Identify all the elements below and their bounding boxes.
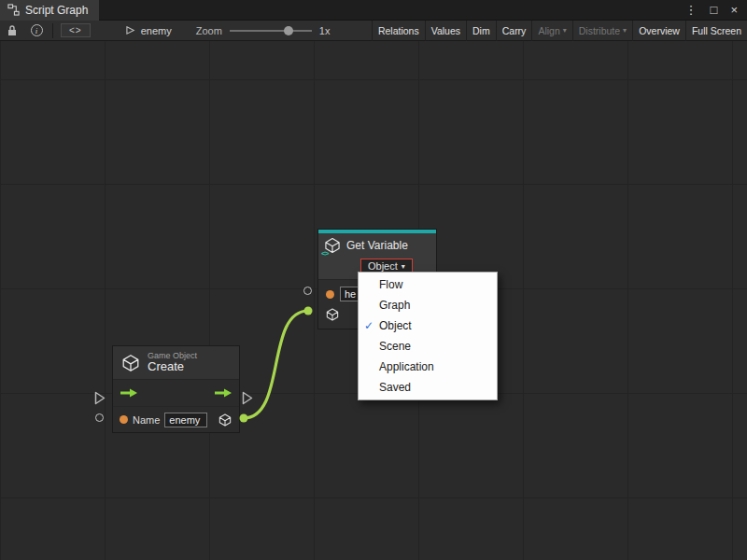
tab-script-graph[interactable]: Script Graph [0, 0, 99, 21]
graph-name-label: enemy [141, 25, 172, 36]
menu-item-scene[interactable]: Scene [359, 336, 497, 357]
get-variable-title: Get Variable [346, 239, 408, 252]
check-icon: ✓ [359, 319, 379, 332]
code-view-button[interactable]: <> [61, 23, 91, 37]
flow-out-arrow-icon [214, 387, 233, 399]
zoom-slider[interactable] [230, 25, 312, 36]
lock-icon[interactable] [4, 22, 21, 39]
toolbar-buttons: Relations Values Dim Carry Align ▾ Distr… [372, 21, 747, 41]
overview-button[interactable]: Overview [632, 21, 685, 41]
name-label: Name [133, 414, 160, 426]
create-node[interactable]: Game Object Create Name [112, 345, 240, 433]
scope-dropdown-menu: Flow Graph ✓ Object Scene Application Sa… [358, 272, 498, 400]
create-flow-row [113, 380, 239, 406]
graph-breadcrumb[interactable]: enemy [126, 25, 172, 36]
string-port-icon [326, 290, 334, 299]
menu-item-object[interactable]: ✓ Object [359, 315, 497, 336]
create-name-row: Name [113, 406, 239, 432]
toolbar-divider [52, 23, 53, 38]
relations-button[interactable]: Relations [372, 21, 425, 41]
gameobject-cube-icon [325, 307, 340, 322]
maximize-icon[interactable]: □ [711, 0, 718, 21]
zoom-value: 1x [319, 25, 331, 36]
gameobject-cube-icon [120, 353, 141, 373]
close-icon[interactable]: × [730, 0, 738, 21]
create-node-header: Game Object Create [113, 346, 239, 380]
flow-input-port[interactable] [94, 391, 106, 405]
full-screen-button[interactable]: Full Screen [685, 21, 747, 41]
menu-item-graph[interactable]: Graph [359, 295, 497, 315]
menu-item-application[interactable]: Application [359, 357, 497, 377]
code-badge-icon: <> [321, 249, 328, 258]
chevron-down-icon: ▾ [623, 26, 627, 35]
script-graph-icon [7, 4, 20, 16]
get-variable-name-port[interactable] [303, 287, 312, 295]
distribute-button[interactable]: Distribute ▾ [572, 21, 632, 41]
name-input-port[interactable] [95, 413, 104, 422]
carry-button[interactable]: Carry [496, 21, 532, 41]
flow-output-port[interactable] [242, 391, 253, 405]
align-button[interactable]: Align ▾ [531, 21, 571, 41]
menu-item-flow[interactable]: Flow [359, 274, 497, 295]
graph-toolbar: i <> enemy Zoom 1x Relations Values Dim … [0, 21, 747, 41]
title-bar: Script Graph ⋮ □ × [0, 0, 747, 21]
chevron-down-icon: ▾ [402, 262, 405, 271]
variable-object-row [325, 307, 340, 326]
gameobject-cube-icon [218, 413, 233, 427]
create-node-title: Create [148, 360, 197, 374]
menu-item-saved[interactable]: Saved [359, 377, 497, 398]
info-icon[interactable]: i [28, 22, 45, 39]
graph-breadcrumb-icon [126, 25, 136, 35]
zoom-slider-track [230, 30, 312, 32]
chevron-down-icon: ▾ [563, 26, 567, 35]
zoom-label: Zoom [196, 25, 222, 36]
tab-title: Script Graph [25, 4, 88, 17]
values-button[interactable]: Values [425, 21, 466, 41]
window-menu-icon[interactable]: ⋮ [685, 0, 698, 21]
variable-cube-icon: <> [323, 236, 342, 255]
string-port-icon [120, 415, 128, 424]
dim-button[interactable]: Dim [466, 21, 496, 41]
name-input[interactable] [164, 413, 207, 427]
flow-in-arrow-icon [120, 387, 138, 399]
zoom-slider-knob[interactable] [284, 26, 293, 35]
